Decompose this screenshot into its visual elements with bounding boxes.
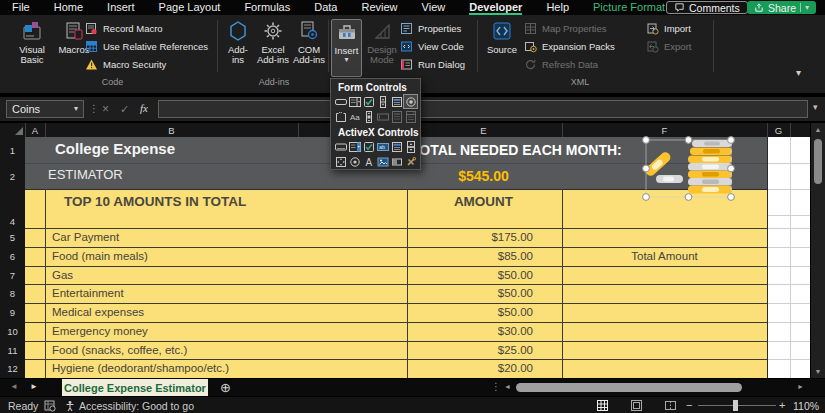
tab-help[interactable]: Help <box>546 0 569 15</box>
activex-check-box-icon[interactable] <box>362 140 375 153</box>
row-header-4[interactable]: 4 <box>0 215 25 228</box>
excel-add-ins-button[interactable]: Excel Add-ins <box>255 19 291 65</box>
expense-amount-cell[interactable]: $20.00 <box>407 359 562 378</box>
hscroll-right-icon[interactable]: ► <box>797 383 804 390</box>
activex-list-box-icon[interactable] <box>390 140 403 153</box>
import-button[interactable]: Import <box>646 21 691 36</box>
row-header-10[interactable]: 10 <box>0 322 25 341</box>
row-header-7[interactable]: 7 <box>0 266 25 284</box>
row-header-5[interactable]: 5 <box>0 228 25 247</box>
sheet-subtitle-cell[interactable]: ESTIMATOR <box>48 167 123 182</box>
tab-scrollbar-splitter[interactable]: ⋮ <box>491 381 501 392</box>
previous-sheet-icon[interactable]: ◄ <box>10 382 18 391</box>
page-layout-view-icon[interactable] <box>630 399 643 412</box>
row-header-6[interactable]: 6 <box>0 247 25 266</box>
select-all-corner[interactable] <box>0 123 25 137</box>
tab-home[interactable]: Home <box>54 0 83 15</box>
column-header-E[interactable]: E <box>405 123 562 137</box>
table-row[interactable]: Entertainment$50.00 <box>45 284 767 303</box>
tab-page-layout[interactable]: Page Layout <box>159 0 221 15</box>
form-list-box-icon[interactable] <box>390 95 403 108</box>
total-needed-label-cell[interactable]: TOTAL NEEDED EACH MONTH: <box>411 142 622 158</box>
expansion-packs-button[interactable]: Expansion Packs <box>524 39 615 54</box>
table-row[interactable]: Car Payment$175.00 <box>45 228 767 247</box>
tab-view[interactable]: View <box>422 0 446 15</box>
page-break-preview-icon[interactable] <box>664 399 677 412</box>
table-row[interactable]: Food (main meals)$85.00 <box>45 247 767 266</box>
expense-amount-cell[interactable]: $50.00 <box>407 303 562 322</box>
expense-amount-cell[interactable]: $85.00 <box>407 247 562 266</box>
expense-name-cell[interactable]: Medical expenses <box>52 303 144 322</box>
form-spin-button-icon[interactable] <box>376 95 389 108</box>
column-header-A[interactable]: A <box>25 123 45 137</box>
row-header-2[interactable]: 2 <box>0 163 25 189</box>
row-header-3[interactable] <box>0 189 25 215</box>
activex-spin-button-icon[interactable] <box>404 140 417 153</box>
row-header-12[interactable]: 12 <box>0 359 25 378</box>
expense-amount-cell[interactable]: $175.00 <box>407 228 562 247</box>
formula-bar-grip-dots[interactable]: ⋮ <box>89 103 99 114</box>
activex-command-button-icon[interactable] <box>334 140 347 153</box>
comments-button[interactable]: Comments <box>666 1 748 14</box>
expense-name-cell[interactable]: Gas <box>52 266 73 284</box>
horizontal-scrollbar-thumb[interactable] <box>516 383 742 392</box>
record-macro-button[interactable]: Record Macro <box>85 21 163 36</box>
vertical-scrollbar[interactable]: ▲ ▼ <box>810 123 825 378</box>
expense-amount-cell[interactable]: $50.00 <box>407 284 562 303</box>
view-code-button[interactable]: View Code <box>400 39 464 54</box>
activex-combo-box-icon[interactable] <box>348 140 361 153</box>
zoom-slider-thumb[interactable] <box>733 400 738 411</box>
table-row[interactable]: Medical expenses$50.00 <box>45 303 767 322</box>
tab-developer[interactable]: Developer <box>469 0 522 15</box>
activex-label-icon[interactable]: A <box>362 155 375 168</box>
expense-name-cell[interactable]: Car Payment <box>52 228 119 247</box>
collapse-ribbon-chevron-icon[interactable]: ▾ <box>796 67 801 78</box>
activex-option-button-icon[interactable] <box>348 155 361 168</box>
activex-toggle-button-icon[interactable] <box>390 155 403 168</box>
table-row[interactable]: Emergency money$30.00 <box>45 322 767 341</box>
row-header-9[interactable]: 9 <box>0 303 25 322</box>
expense-amount-cell[interactable]: $30.00 <box>407 322 562 341</box>
amount-header-cell[interactable]: AMOUNT <box>405 194 562 209</box>
use-relative-references-button[interactable]: Use Relative References <box>85 39 208 54</box>
tab-data[interactable]: Data <box>314 0 337 15</box>
name-box[interactable]: Coins ▾ <box>6 100 84 118</box>
coins-picture[interactable] <box>630 128 745 206</box>
row-header-1[interactable]: 1 <box>0 137 25 163</box>
accessibility-status-label[interactable]: Accessibility: Good to go <box>79 400 194 412</box>
form-option-button-icon[interactable] <box>404 95 417 108</box>
expand-formula-bar-chevron-icon[interactable]: ▾ <box>813 102 818 112</box>
row-header-11[interactable]: 11 <box>0 341 25 359</box>
next-sheet-icon[interactable]: ► <box>30 382 38 391</box>
expense-name-cell[interactable]: Food (snacks, coffee, etc.) <box>52 341 187 359</box>
scroll-up-icon[interactable]: ▲ <box>811 126 825 133</box>
table-row[interactable]: Food (snacks, coffee, etc.)$25.00 <box>45 341 767 359</box>
accessibility-icon[interactable] <box>64 400 76 412</box>
column-header-G[interactable]: G <box>767 123 790 137</box>
insert-controls-button[interactable]: Insert ▾ <box>331 19 362 77</box>
expense-name-cell[interactable]: Emergency money <box>52 322 148 341</box>
macro-security-button[interactable]: Macro Security <box>85 57 166 72</box>
expense-amount-cell[interactable]: $25.00 <box>407 341 562 359</box>
activex-image-icon[interactable] <box>376 155 389 168</box>
table-row[interactable]: Hygiene (deodorant/shampoo/etc.)$20.00 <box>45 359 767 378</box>
tab-picture-format[interactable]: Picture Format <box>593 0 665 15</box>
normal-view-icon[interactable] <box>596 399 609 412</box>
com-add-ins-button[interactable]: COM Add-ins <box>292 19 326 65</box>
chevron-down-icon[interactable]: ▾ <box>805 4 809 12</box>
zoom-in-button[interactable]: + <box>779 399 785 411</box>
table-row[interactable]: Gas$50.00 <box>45 266 767 284</box>
zoom-out-button[interactable]: − <box>686 399 692 411</box>
table-title-cell[interactable]: TOP 10 AMOUNTS IN TOTAL <box>64 194 246 209</box>
column-header-partial[interactable] <box>790 123 810 137</box>
row-header-8[interactable]: 8 <box>0 284 25 303</box>
total-value-cell[interactable]: $545.00 <box>405 163 562 189</box>
form-group-box-icon[interactable] <box>334 110 347 123</box>
source-button[interactable]: Source <box>484 19 520 55</box>
form-combo-box-icon[interactable] <box>348 95 361 108</box>
expense-name-cell[interactable]: Entertainment <box>52 284 124 303</box>
new-sheet-button[interactable]: ⊕ <box>220 380 231 395</box>
chevron-down-icon[interactable]: ▾ <box>74 105 78 113</box>
run-dialog-button[interactable]: Run Dialog <box>400 57 465 72</box>
hscroll-left-icon[interactable]: ◄ <box>504 383 511 390</box>
